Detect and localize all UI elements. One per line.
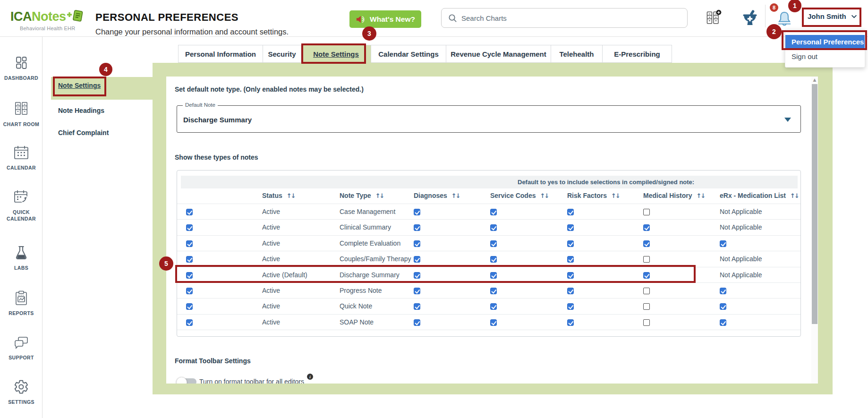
service-codes-checkbox[interactable] — [490, 209, 497, 215]
medical-history-checkbox[interactable] — [643, 319, 650, 326]
sort-icon[interactable]: ↑↓ — [287, 192, 295, 199]
note-type-cell: Discharge Summary — [340, 271, 400, 279]
panel-scrollbar[interactable]: ▲ — [811, 77, 818, 384]
sort-icon[interactable]: ↑↓ — [375, 192, 384, 199]
sort-icon[interactable]: ↑↓ — [611, 192, 620, 199]
tab-personal-information[interactable]: Personal Information — [178, 45, 263, 63]
note-settings-panel: Set default note type. (Only enabled not… — [166, 77, 818, 384]
service-codes-checkbox[interactable] — [490, 319, 497, 326]
sidebar-item-reports[interactable]: REPORTS — [0, 290, 43, 316]
app-logo[interactable]: ICANotes — [10, 9, 66, 24]
service-codes-checkbox[interactable] — [490, 256, 497, 263]
pharmacy-icon[interactable] — [742, 10, 757, 29]
diagnoses-checkbox[interactable] — [414, 240, 420, 247]
dashboard-icon — [14, 55, 29, 72]
erx-checkbox[interactable] — [720, 303, 726, 310]
scrollbar-thumb[interactable] — [812, 84, 817, 324]
risk-factors-checkbox[interactable] — [567, 288, 574, 294]
subnav-item-note-headings[interactable]: Note Headings — [58, 107, 104, 114]
medical-history-checkbox[interactable] — [643, 224, 650, 231]
diagnoses-checkbox[interactable] — [414, 319, 420, 326]
sidebar-item-calendar[interactable]: CALENDAR — [0, 145, 43, 171]
diagnoses-checkbox[interactable] — [414, 224, 420, 231]
enabled-checkbox[interactable] — [186, 272, 193, 279]
user-menu-button[interactable]: John Smith — [808, 12, 857, 20]
sort-icon[interactable]: ↑↓ — [451, 192, 460, 199]
sort-icon[interactable]: ↑↓ — [696, 192, 705, 199]
user-dropdown-menu: Personal Preferences Sign out — [785, 29, 865, 68]
risk-factors-checkbox[interactable] — [567, 240, 574, 247]
tab-calendar-settings[interactable]: Calendar Settings — [371, 45, 446, 63]
risk-factors-checkbox[interactable] — [567, 272, 574, 279]
diagnoses-checkbox[interactable] — [414, 272, 420, 279]
medical-history-checkbox[interactable] — [643, 303, 650, 310]
sort-icon[interactable]: ↑↓ — [540, 192, 549, 199]
menu-item-sign-out[interactable]: Sign out — [791, 52, 817, 60]
chart-rack-icon[interactable] — [705, 9, 723, 29]
sidebar-item-label: CALENDAR — [1, 164, 42, 171]
sidebar-item-dashboard[interactable]: DASHBOARD — [0, 55, 43, 81]
enabled-checkbox[interactable] — [186, 319, 193, 326]
tab-e-prescribing[interactable]: E-Prescribing — [603, 45, 672, 63]
service-codes-checkbox[interactable] — [490, 224, 497, 231]
default-note-select[interactable]: Default Note Discharge Summary — [177, 105, 801, 133]
whats-new-button[interactable]: What's New? — [349, 10, 421, 28]
menu-item-personal-preferences[interactable]: Personal Preferences — [785, 35, 865, 49]
info-icon[interactable]: i — [307, 374, 313, 380]
risk-factors-checkbox[interactable] — [567, 224, 574, 231]
subnav-item-chief-complaint[interactable]: Chief Complaint — [58, 129, 109, 136]
diagnoses-checkbox[interactable] — [414, 288, 420, 294]
tab-security[interactable]: Security — [263, 45, 301, 63]
subnav-item-note-settings[interactable]: Note Settings — [58, 82, 101, 89]
medical-history-checkbox[interactable] — [643, 256, 650, 263]
enabled-checkbox[interactable] — [186, 256, 193, 263]
settings-subnav: Note SettingsNote HeadingsChief Complain… — [43, 37, 153, 394]
enabled-checkbox[interactable] — [186, 224, 193, 231]
service-codes-checkbox[interactable] — [490, 240, 497, 247]
service-codes-checkbox[interactable] — [490, 288, 497, 294]
diagnoses-checkbox[interactable] — [414, 256, 420, 263]
page-subtitle: Change your personal information and acc… — [95, 27, 289, 36]
note-type-row-complete-evaluation: ActiveComplete Evaluation — [177, 235, 800, 251]
risk-factors-checkbox[interactable] — [567, 209, 574, 215]
enabled-checkbox[interactable] — [186, 303, 193, 310]
diagnoses-checkbox[interactable] — [414, 303, 420, 310]
diagnoses-checkbox[interactable] — [414, 209, 420, 215]
medical-history-checkbox[interactable] — [643, 272, 650, 279]
table-footer-space — [177, 330, 800, 346]
medical-history-checkbox[interactable] — [643, 209, 650, 215]
sort-icon[interactable]: ↑↓ — [790, 192, 799, 199]
note-type-cell: Complete Evaluation — [340, 239, 400, 247]
logo-ica: ICA — [10, 9, 32, 24]
erx-checkbox[interactable] — [720, 288, 726, 294]
search-charts-input[interactable]: Search Charts — [441, 8, 688, 28]
scroll-up-arrow[interactable]: ▲ — [811, 77, 818, 83]
status-cell: Active (Default) — [262, 271, 307, 279]
logo-notes: Notes — [32, 9, 66, 24]
tab-note-settings[interactable]: Note Settings — [301, 45, 371, 63]
tab-telehealth[interactable]: Telehealth — [551, 45, 603, 63]
risk-factors-checkbox[interactable] — [567, 256, 574, 263]
erx-checkbox[interactable] — [720, 319, 726, 326]
sidebar-item-support[interactable]: SUPPORT — [0, 336, 43, 361]
header-divider — [765, 5, 766, 27]
risk-factors-checkbox[interactable] — [567, 303, 574, 310]
enabled-checkbox[interactable] — [186, 240, 193, 247]
tab-revenue-cycle-management[interactable]: Revenue Cycle Management — [446, 45, 551, 63]
service-codes-checkbox[interactable] — [490, 303, 497, 310]
enabled-checkbox[interactable] — [186, 209, 193, 215]
format-toolbar-toggle[interactable] — [177, 378, 196, 384]
sidebar-item-labs[interactable]: LABS — [0, 245, 43, 271]
sidebar-item-quick-calendar[interactable]: QUICK CALENDAR — [0, 189, 43, 222]
sidebar-item-settings[interactable]: SETTINGS — [0, 379, 43, 405]
erx-checkbox[interactable] — [720, 240, 726, 247]
user-name: John Smith — [808, 12, 846, 20]
erx-cell: Not Applicable — [720, 223, 762, 231]
medical-history-checkbox[interactable] — [643, 288, 650, 294]
sidebar-item-chart-room[interactable]: CHART ROOM — [0, 101, 43, 128]
note-type-cell: Quick Note — [340, 302, 372, 310]
enabled-checkbox[interactable] — [186, 288, 193, 294]
medical-history-checkbox[interactable] — [643, 240, 650, 247]
risk-factors-checkbox[interactable] — [567, 319, 574, 326]
service-codes-checkbox[interactable] — [490, 272, 497, 279]
